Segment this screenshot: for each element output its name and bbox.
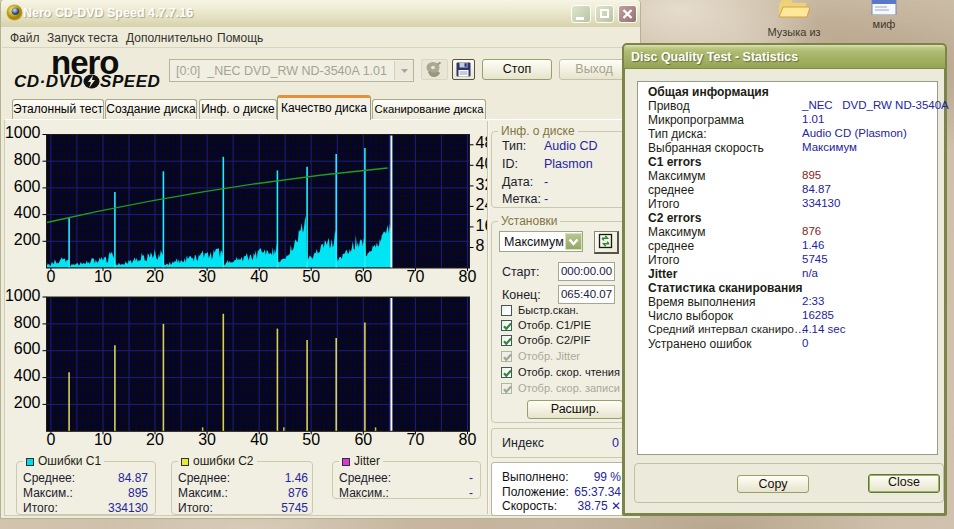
svg-text:200: 200 — [14, 394, 41, 411]
svg-text:8: 8 — [476, 237, 485, 254]
svg-text:70: 70 — [407, 431, 425, 448]
svg-text:800: 800 — [14, 314, 41, 331]
svg-text:600: 600 — [14, 340, 41, 357]
svg-text:800: 800 — [14, 151, 41, 168]
svg-text:40: 40 — [250, 431, 268, 448]
svg-text:80: 80 — [459, 431, 477, 448]
svg-text:20: 20 — [146, 268, 164, 285]
svg-text:1000: 1000 — [5, 287, 41, 304]
svg-text:0: 0 — [46, 268, 55, 285]
svg-text:10: 10 — [94, 268, 112, 285]
svg-text:48: 48 — [476, 134, 488, 151]
svg-text:1000: 1000 — [5, 124, 41, 141]
svg-text:20: 20 — [146, 431, 164, 448]
svg-text:30: 30 — [198, 268, 216, 285]
svg-text:40: 40 — [250, 268, 268, 285]
svg-text:24: 24 — [476, 196, 488, 213]
svg-text:60: 60 — [354, 268, 372, 285]
svg-text:200: 200 — [14, 231, 41, 248]
svg-text:400: 400 — [14, 367, 41, 384]
svg-text:0: 0 — [46, 431, 55, 448]
svg-text:32: 32 — [476, 176, 488, 193]
svg-text:10: 10 — [94, 431, 112, 448]
svg-text:50: 50 — [302, 268, 320, 285]
svg-text:30: 30 — [198, 431, 216, 448]
svg-text:600: 600 — [14, 178, 41, 195]
svg-text:80: 80 — [459, 268, 477, 285]
svg-text:16: 16 — [476, 217, 488, 234]
svg-text:40: 40 — [476, 155, 488, 172]
svg-text:60: 60 — [354, 431, 372, 448]
svg-text:70: 70 — [407, 268, 425, 285]
svg-text:400: 400 — [14, 204, 41, 221]
svg-text:50: 50 — [302, 431, 320, 448]
